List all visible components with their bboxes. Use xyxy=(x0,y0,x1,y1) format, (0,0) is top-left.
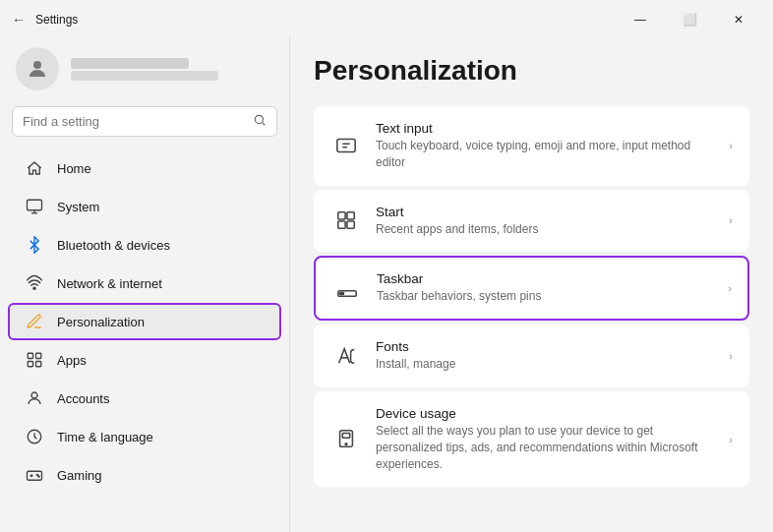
window-title: Settings xyxy=(35,13,78,27)
title-bar: ← Settings — ⬜ ✕ xyxy=(0,0,773,35)
sidebar-item-gaming[interactable]: Gaming xyxy=(8,456,281,494)
svg-point-11 xyxy=(31,392,37,398)
search-icon xyxy=(253,113,267,130)
svg-line-2 xyxy=(263,123,266,126)
chevron-right-icon: › xyxy=(728,282,732,294)
sidebar-item-label: Network & internet xyxy=(57,276,162,291)
sidebar-item-system[interactable]: System xyxy=(8,188,281,225)
nav-list: Home System Bluetooth & devices Network … xyxy=(0,148,289,495)
svg-point-15 xyxy=(38,476,39,477)
sidebar-item-time[interactable]: Time & language xyxy=(8,418,281,455)
device-usage-text: Device usage Select all the ways you pla… xyxy=(376,406,715,472)
svg-rect-25 xyxy=(342,433,349,438)
settings-list: Text input Touch keyboard, voice typing,… xyxy=(314,106,749,487)
taskbar-icon xyxy=(331,272,363,304)
user-info xyxy=(71,58,218,81)
bluetooth-icon xyxy=(24,234,45,256)
sidebar-item-bluetooth[interactable]: Bluetooth & devices xyxy=(8,226,281,264)
sidebar-item-label: Apps xyxy=(57,353,87,368)
svg-rect-16 xyxy=(337,140,355,152)
svg-rect-10 xyxy=(36,362,41,367)
search-container[interactable] xyxy=(12,106,277,137)
setting-card-taskbar[interactable]: Taskbar Taskbar behaviors, system pins › xyxy=(314,256,749,321)
svg-rect-22 xyxy=(340,293,344,295)
svg-point-6 xyxy=(33,287,35,289)
taskbar-text: Taskbar Taskbar behaviors, system pins xyxy=(377,271,714,305)
sidebar-item-label: Bluetooth & devices xyxy=(57,238,170,253)
personalization-icon xyxy=(24,311,45,332)
start-title: Start xyxy=(376,205,715,219)
setting-card-device-usage[interactable]: Device usage Select all the ways you pla… xyxy=(314,391,749,487)
start-desc: Recent apps and items, folders xyxy=(376,221,715,238)
network-icon xyxy=(24,272,45,294)
svg-point-14 xyxy=(36,474,37,475)
window-controls: — ⬜ ✕ xyxy=(618,6,761,33)
gaming-icon xyxy=(24,464,45,486)
setting-card-start[interactable]: Start Recent apps and items, folders › xyxy=(314,190,749,253)
sidebar: Home System Bluetooth & devices Network … xyxy=(0,35,290,532)
sidebar-item-network[interactable]: Network & internet xyxy=(8,265,281,302)
text-input-icon xyxy=(330,130,362,161)
close-button[interactable]: ✕ xyxy=(716,6,761,33)
right-content: Personalization Text input Touch keyboar… xyxy=(290,35,773,532)
device-usage-desc: Select all the ways you plan to use your… xyxy=(376,423,715,472)
sidebar-item-personalization[interactable]: Personalization xyxy=(8,303,281,340)
svg-rect-20 xyxy=(347,221,354,228)
text-input-desc: Touch keyboard, voice typing, emoji and … xyxy=(376,138,715,171)
start-text: Start Recent apps and items, folders xyxy=(376,205,715,238)
setting-card-fonts[interactable]: Fonts Install, manage › xyxy=(314,325,749,387)
page-title: Personalization xyxy=(314,55,749,87)
apps-icon xyxy=(24,349,45,371)
sidebar-item-label: Gaming xyxy=(57,468,102,483)
setting-card-text-input[interactable]: Text input Touch keyboard, voice typing,… xyxy=(314,106,749,186)
maximize-button[interactable]: ⬜ xyxy=(667,6,712,33)
start-icon xyxy=(330,205,362,236)
user-email xyxy=(71,71,218,81)
chevron-right-icon: › xyxy=(729,140,733,151)
user-profile[interactable] xyxy=(0,35,289,106)
avatar xyxy=(16,47,59,90)
user-name xyxy=(71,58,189,69)
taskbar-desc: Taskbar behaviors, system pins xyxy=(377,288,714,305)
svg-point-0 xyxy=(33,61,41,69)
svg-rect-19 xyxy=(338,221,345,228)
chevron-right-icon: › xyxy=(729,350,733,362)
search-input[interactable] xyxy=(23,114,245,129)
sidebar-item-home[interactable]: Home xyxy=(8,149,281,187)
svg-point-24 xyxy=(345,443,347,444)
sidebar-item-label: Time & language xyxy=(57,430,153,444)
sidebar-item-label: Home xyxy=(57,161,91,176)
text-input-text: Text input Touch keyboard, voice typing,… xyxy=(376,121,715,171)
sidebar-item-label: System xyxy=(57,200,99,214)
system-icon xyxy=(24,196,45,217)
chevron-right-icon: › xyxy=(729,214,733,226)
svg-rect-9 xyxy=(28,362,32,367)
sidebar-item-label: Personalization xyxy=(57,315,145,329)
main-container: Home System Bluetooth & devices Network … xyxy=(0,35,773,532)
taskbar-title: Taskbar xyxy=(377,271,714,286)
svg-rect-17 xyxy=(338,212,345,219)
sidebar-item-apps[interactable]: Apps xyxy=(8,341,281,379)
back-icon[interactable]: ← xyxy=(12,12,26,28)
accounts-icon xyxy=(24,387,45,409)
chevron-right-icon: › xyxy=(729,434,733,445)
svg-rect-7 xyxy=(28,353,32,358)
time-icon xyxy=(24,426,45,447)
svg-point-1 xyxy=(255,115,263,123)
sidebar-item-accounts[interactable]: Accounts xyxy=(8,380,281,417)
title-bar-left: ← Settings xyxy=(12,12,78,28)
fonts-text: Fonts Install, manage xyxy=(376,339,715,373)
svg-rect-18 xyxy=(347,212,354,219)
fonts-icon xyxy=(330,340,362,372)
home-icon xyxy=(24,157,45,179)
sidebar-item-label: Accounts xyxy=(57,391,109,406)
fonts-title: Fonts xyxy=(376,339,715,354)
fonts-desc: Install, manage xyxy=(376,356,715,373)
svg-rect-8 xyxy=(36,353,41,358)
text-input-title: Text input xyxy=(376,121,715,136)
minimize-button[interactable]: — xyxy=(618,6,663,33)
svg-rect-3 xyxy=(28,200,42,210)
device-usage-title: Device usage xyxy=(376,406,715,421)
device-usage-icon xyxy=(330,424,362,455)
